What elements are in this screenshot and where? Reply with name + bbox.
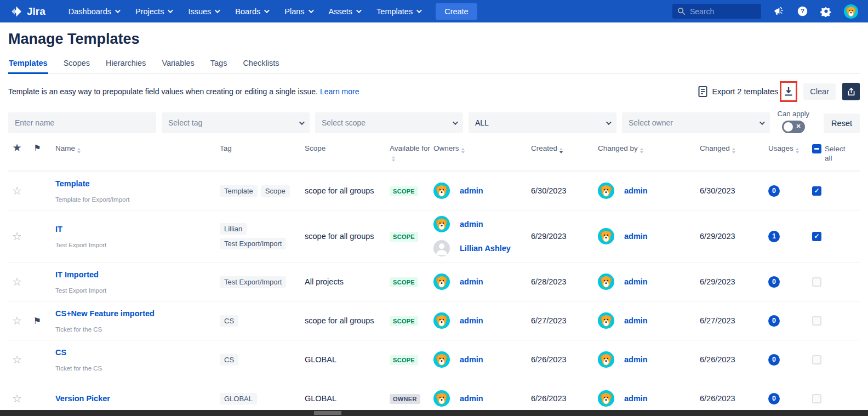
header-changed[interactable]: Changed <box>700 144 768 153</box>
nav-item-boards[interactable]: Boards <box>235 7 268 16</box>
nav-menu: Dashboards Projects Issues Boards Plans … <box>68 7 420 16</box>
search-box[interactable] <box>672 4 761 19</box>
owner-link[interactable]: admin <box>624 394 648 403</box>
favorite-star-icon[interactable]: ☆ <box>12 353 22 366</box>
owner-link[interactable]: admin <box>460 355 483 364</box>
tab-variables[interactable]: Variables <box>161 56 195 73</box>
owner-link[interactable]: admin <box>460 277 483 286</box>
owner-link[interactable]: admin <box>624 316 648 325</box>
favorite-star-icon[interactable]: ☆ <box>12 230 22 243</box>
owner-link[interactable]: admin <box>460 316 483 325</box>
row-checkbox[interactable]: ✓ <box>812 232 821 241</box>
row-checkbox[interactable]: ✓ <box>812 186 821 196</box>
gear-icon[interactable] <box>820 5 832 17</box>
header-name[interactable]: Name <box>49 144 220 163</box>
tab-checklists[interactable]: Checklists <box>242 56 279 73</box>
flag-header-icon[interactable]: ⚑ <box>33 144 41 152</box>
row-checkbox[interactable] <box>812 394 821 403</box>
available-for-badge: SCOPE <box>390 355 418 365</box>
nav-item-dashboards[interactable]: Dashboards <box>68 7 119 16</box>
scrollbar-thumb[interactable] <box>314 411 341 415</box>
favorite-star-icon[interactable]: ☆ <box>12 314 22 327</box>
dog-avatar <box>433 183 450 199</box>
nav-item-projects[interactable]: Projects <box>135 7 172 16</box>
template-name-link[interactable]: IT Imported <box>55 270 220 279</box>
tab-tags[interactable]: Tags <box>210 56 228 73</box>
template-name-link[interactable]: Template <box>55 179 220 188</box>
dog-avatar <box>433 216 450 232</box>
changed-cell: 6/26/2023 <box>700 394 768 403</box>
header-available-for[interactable]: Available for <box>390 144 433 162</box>
available-for-filter-select[interactable]: ALL <box>469 112 616 133</box>
scope-cell: All projects <box>305 277 390 286</box>
scope-filter-select[interactable]: Select scope <box>315 112 463 133</box>
horizontal-scrollbar[interactable] <box>0 410 868 416</box>
tab-hierarchies[interactable]: Hierarchies <box>105 56 146 73</box>
chevron-down-icon <box>606 119 612 125</box>
template-name-link[interactable]: CS <box>55 348 220 357</box>
tag-filter-select[interactable]: Select tag <box>162 112 310 133</box>
share-button[interactable] <box>842 83 860 100</box>
favorite-star-header-icon[interactable]: ★ <box>12 144 21 152</box>
sort-icon <box>732 148 735 153</box>
template-name-link[interactable]: Version Picker <box>55 394 220 403</box>
tab-templates[interactable]: Templates <box>8 56 48 74</box>
can-apply-toggle[interactable]: ✕ <box>782 121 805 133</box>
owner-link[interactable]: admin <box>624 186 648 195</box>
tag-chips: CS <box>220 354 305 366</box>
megaphone-icon[interactable] <box>773 5 785 17</box>
header-created[interactable]: Created <box>531 144 598 153</box>
tab-scopes[interactable]: Scopes <box>63 56 90 73</box>
owner-entry: admin <box>433 273 531 290</box>
owner-link[interactable]: Lillian Ashley <box>460 244 511 253</box>
header-changed-by[interactable]: Changed by <box>598 144 700 153</box>
owner-link[interactable]: admin <box>460 394 483 403</box>
nav-item-plans[interactable]: Plans <box>284 7 312 16</box>
favorite-star-icon[interactable]: ☆ <box>12 275 22 288</box>
owner-link[interactable]: admin <box>624 355 648 364</box>
nav-item-issues[interactable]: Issues <box>188 7 219 16</box>
tag-chips: CS <box>220 315 305 327</box>
template-description: Ticket for the CS <box>55 365 220 372</box>
create-button[interactable]: Create <box>436 3 477 20</box>
nav-item-templates[interactable]: Templates <box>376 7 420 16</box>
template-name-link[interactable]: IT <box>55 225 220 233</box>
name-filter-input[interactable] <box>8 112 156 133</box>
download-button[interactable] <box>780 83 797 100</box>
header-tag[interactable]: Tag <box>220 144 305 152</box>
scope-cell: GLOBAL <box>305 355 390 364</box>
filter-bar: Select tag Select scope ALL Select owner… <box>8 110 860 133</box>
changed-by-cell: admin <box>598 390 700 407</box>
help-icon[interactable]: ? <box>797 5 808 17</box>
search-input[interactable] <box>690 7 756 16</box>
row-checkbox[interactable] <box>812 316 821 326</box>
favorite-star-icon[interactable]: ☆ <box>12 184 22 197</box>
header-owners[interactable]: Owners <box>433 144 531 153</box>
row-checkbox[interactable] <box>812 355 821 364</box>
owner-entry: admin <box>598 228 700 244</box>
table-header: ★ ⚑ Name Tag Scope Available for Owners … <box>8 144 860 172</box>
template-name-link[interactable]: CS+New Feature imported <box>55 309 220 318</box>
tag-chip: Test Export/Import <box>220 238 286 249</box>
nav-item-assets[interactable]: Assets <box>329 7 361 16</box>
select-all-checkbox[interactable] <box>812 144 821 153</box>
export-templates-control[interactable]: Export 2 templates <box>698 86 778 97</box>
owner-link[interactable]: admin <box>624 277 648 286</box>
user-avatar[interactable] <box>844 4 858 19</box>
learn-more-link[interactable]: Learn more <box>320 87 359 96</box>
favorite-star-icon[interactable]: ☆ <box>12 392 22 405</box>
can-apply-label: Can apply <box>778 110 810 118</box>
header-scope[interactable]: Scope <box>305 144 390 152</box>
header-usages[interactable]: Usages <box>768 144 812 153</box>
owner-filter-select[interactable]: Select owner <box>622 112 770 133</box>
owner-entry: admin <box>433 312 531 329</box>
table-row: ☆ ⚑ IT Test Export Import LillianTest Ex… <box>8 210 860 263</box>
reset-button[interactable]: Reset <box>824 113 860 133</box>
clear-button[interactable]: Clear <box>803 83 836 100</box>
table-body: ☆ ⚑ Template Template for Export/Import … <box>8 172 860 416</box>
owner-link[interactable]: admin <box>460 220 483 229</box>
owner-link[interactable]: admin <box>624 232 648 241</box>
row-checkbox[interactable] <box>812 277 821 287</box>
jira-logo[interactable]: Jira <box>10 5 45 18</box>
owner-link[interactable]: admin <box>460 186 483 195</box>
